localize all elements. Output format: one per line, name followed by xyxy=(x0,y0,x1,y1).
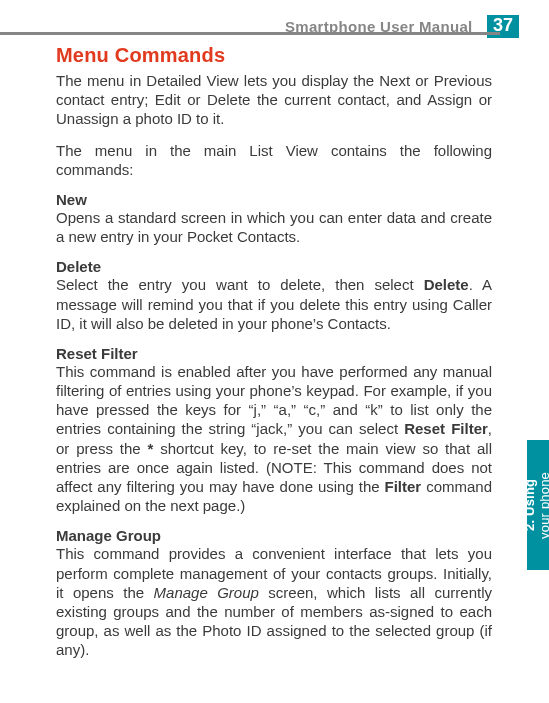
cmd-reset-star: * xyxy=(148,440,154,457)
cmd-mg-head: Manage Group xyxy=(56,527,492,544)
cmd-reset-desc: This command is enabled after you have p… xyxy=(56,362,492,516)
header-rule xyxy=(0,32,500,35)
cmd-new-head: New xyxy=(56,191,492,208)
side-tab-line2: your phone xyxy=(538,471,549,538)
side-tab-line1: 2. Using xyxy=(523,471,538,538)
page-content: Menu Commands The menu in Detailed View … xyxy=(56,42,492,672)
side-tab: 2. Using your phone xyxy=(527,440,549,570)
section-heading: Menu Commands xyxy=(56,44,492,67)
cmd-mg-scr: Manage Group xyxy=(154,584,259,601)
cmd-delete-kw: Delete xyxy=(424,276,469,293)
intro-para-1: The menu in Detailed View lets you displ… xyxy=(56,71,492,129)
cmd-delete-desc: Select the entry you want to delete, the… xyxy=(56,275,492,333)
cmd-reset-head: Reset Filter xyxy=(56,345,492,362)
cmd-delete-pre: Select the entry you want to delete, the… xyxy=(56,276,424,293)
cmd-mg-desc: This command provides a convenient inter… xyxy=(56,544,492,659)
cmd-reset-kw2: Filter xyxy=(385,478,422,495)
cmd-reset-kw1: Reset Filter xyxy=(404,420,488,437)
intro-para-2: The menu in the main List View contains … xyxy=(56,141,492,179)
cmd-new-desc: Opens a standard screen in which you can… xyxy=(56,208,492,246)
cmd-delete-head: Delete xyxy=(56,258,492,275)
manual-page: Smartphone User Manual 37 Menu Commands … xyxy=(0,0,549,703)
